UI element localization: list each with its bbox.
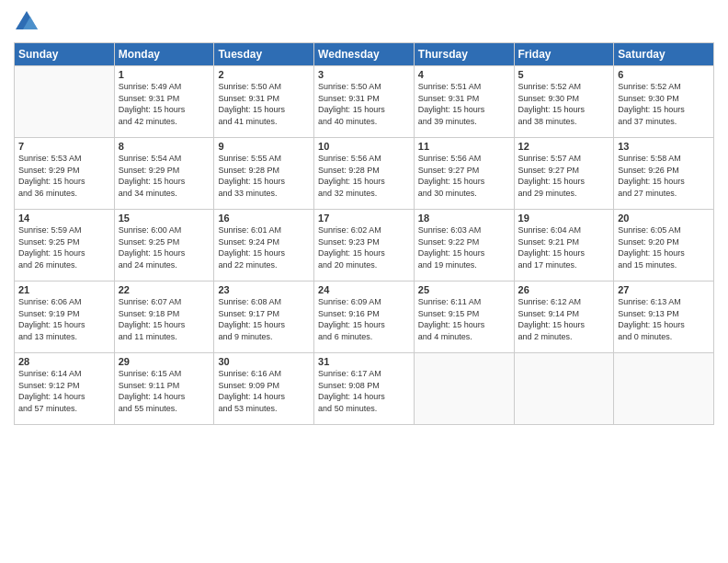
day-cell: 11Sunrise: 5:56 AM Sunset: 9:27 PM Dayli… [414, 138, 514, 210]
day-info: Sunrise: 5:52 AM Sunset: 9:30 PM Dayligh… [518, 81, 610, 127]
day-number: 26 [518, 284, 610, 295]
day-number: 11 [418, 141, 510, 152]
calendar-body: 1Sunrise: 5:49 AM Sunset: 9:31 PM Daylig… [15, 66, 714, 425]
day-number: 20 [618, 213, 710, 224]
day-info: Sunrise: 6:13 AM Sunset: 9:13 PM Dayligh… [618, 296, 710, 342]
day-cell: 10Sunrise: 5:56 AM Sunset: 9:28 PM Dayli… [314, 138, 415, 210]
day-info: Sunrise: 5:51 AM Sunset: 9:31 PM Dayligh… [418, 81, 510, 127]
day-info: Sunrise: 6:14 AM Sunset: 9:12 PM Dayligh… [18, 368, 110, 414]
day-number: 2 [218, 69, 310, 80]
day-number: 31 [318, 356, 410, 367]
page: SundayMondayTuesdayWednesdayThursdayFrid… [0, 0, 728, 563]
calendar-header: SundayMondayTuesdayWednesdayThursdayFrid… [15, 43, 714, 66]
day-info: Sunrise: 5:56 AM Sunset: 9:28 PM Dayligh… [318, 153, 410, 199]
day-number: 17 [318, 213, 410, 224]
day-cell: 20Sunrise: 6:05 AM Sunset: 9:20 PM Dayli… [614, 210, 714, 282]
week-row-2: 14Sunrise: 5:59 AM Sunset: 9:25 PM Dayli… [15, 210, 714, 282]
day-cell: 23Sunrise: 6:08 AM Sunset: 9:17 PM Dayli… [214, 282, 314, 353]
day-number: 1 [119, 69, 210, 80]
day-number: 24 [318, 284, 410, 295]
day-info: Sunrise: 6:16 AM Sunset: 9:09 PM Dayligh… [218, 368, 310, 414]
day-info: Sunrise: 6:15 AM Sunset: 9:11 PM Dayligh… [119, 368, 210, 414]
header-cell-monday: Monday [114, 43, 214, 66]
day-cell: 4Sunrise: 5:51 AM Sunset: 9:31 PM Daylig… [414, 66, 514, 138]
header-cell-saturday: Saturday [614, 43, 714, 66]
day-cell: 30Sunrise: 6:16 AM Sunset: 9:09 PM Dayli… [214, 353, 314, 425]
day-cell: 13Sunrise: 5:58 AM Sunset: 9:26 PM Dayli… [614, 138, 714, 210]
header-cell-wednesday: Wednesday [314, 43, 415, 66]
day-info: Sunrise: 6:06 AM Sunset: 9:19 PM Dayligh… [18, 296, 110, 342]
day-cell: 2Sunrise: 5:50 AM Sunset: 9:31 PM Daylig… [214, 66, 314, 138]
header-cell-thursday: Thursday [414, 43, 514, 66]
header-cell-tuesday: Tuesday [214, 43, 314, 66]
day-number: 4 [418, 69, 510, 80]
day-number: 10 [318, 141, 410, 152]
header [14, 9, 714, 35]
day-info: Sunrise: 6:07 AM Sunset: 9:18 PM Dayligh… [119, 296, 210, 342]
day-cell: 17Sunrise: 6:02 AM Sunset: 9:23 PM Dayli… [314, 210, 415, 282]
day-cell: 9Sunrise: 5:55 AM Sunset: 9:28 PM Daylig… [214, 138, 314, 210]
day-cell: 21Sunrise: 6:06 AM Sunset: 9:19 PM Dayli… [15, 282, 115, 353]
header-row: SundayMondayTuesdayWednesdayThursdayFrid… [15, 43, 714, 66]
day-number: 6 [618, 69, 710, 80]
day-number: 5 [518, 69, 610, 80]
day-cell: 14Sunrise: 5:59 AM Sunset: 9:25 PM Dayli… [15, 210, 115, 282]
day-info: Sunrise: 5:58 AM Sunset: 9:26 PM Dayligh… [618, 153, 710, 199]
day-number: 13 [618, 141, 710, 152]
day-cell: 25Sunrise: 6:11 AM Sunset: 9:15 PM Dayli… [414, 282, 514, 353]
header-cell-sunday: Sunday [15, 43, 115, 66]
day-cell: 28Sunrise: 6:14 AM Sunset: 9:12 PM Dayli… [15, 353, 115, 425]
day-cell: 29Sunrise: 6:15 AM Sunset: 9:11 PM Dayli… [114, 353, 214, 425]
day-cell: 16Sunrise: 6:01 AM Sunset: 9:24 PM Dayli… [214, 210, 314, 282]
day-info: Sunrise: 6:12 AM Sunset: 9:14 PM Dayligh… [518, 296, 610, 342]
day-info: Sunrise: 5:49 AM Sunset: 9:31 PM Dayligh… [119, 81, 210, 127]
day-cell: 3Sunrise: 5:50 AM Sunset: 9:31 PM Daylig… [314, 66, 415, 138]
week-row-4: 28Sunrise: 6:14 AM Sunset: 9:12 PM Dayli… [15, 353, 714, 425]
day-cell: 26Sunrise: 6:12 AM Sunset: 9:14 PM Dayli… [514, 282, 614, 353]
day-info: Sunrise: 6:04 AM Sunset: 9:21 PM Dayligh… [518, 224, 610, 270]
day-cell: 6Sunrise: 5:52 AM Sunset: 9:30 PM Daylig… [614, 66, 714, 138]
day-cell: 15Sunrise: 6:00 AM Sunset: 9:25 PM Dayli… [114, 210, 214, 282]
day-number: 27 [618, 284, 710, 295]
day-info: Sunrise: 6:00 AM Sunset: 9:25 PM Dayligh… [119, 224, 210, 270]
day-info: Sunrise: 5:55 AM Sunset: 9:28 PM Dayligh… [218, 153, 310, 199]
day-cell: 7Sunrise: 5:53 AM Sunset: 9:29 PM Daylig… [15, 138, 115, 210]
day-info: Sunrise: 5:53 AM Sunset: 9:29 PM Dayligh… [18, 153, 110, 199]
day-number: 23 [218, 284, 310, 295]
calendar-table: SundayMondayTuesdayWednesdayThursdayFrid… [14, 42, 714, 425]
logo [14, 9, 43, 35]
day-info: Sunrise: 5:50 AM Sunset: 9:31 PM Dayligh… [218, 81, 310, 127]
week-row-3: 21Sunrise: 6:06 AM Sunset: 9:19 PM Dayli… [15, 282, 714, 353]
day-info: Sunrise: 6:08 AM Sunset: 9:17 PM Dayligh… [218, 296, 310, 342]
day-number: 9 [218, 141, 310, 152]
day-cell: 5Sunrise: 5:52 AM Sunset: 9:30 PM Daylig… [514, 66, 614, 138]
day-number: 18 [418, 213, 510, 224]
day-number: 19 [518, 213, 610, 224]
logo-icon [14, 9, 40, 35]
day-number: 15 [119, 213, 210, 224]
day-info: Sunrise: 5:50 AM Sunset: 9:31 PM Dayligh… [318, 81, 410, 127]
day-number: 16 [218, 213, 310, 224]
day-cell: 8Sunrise: 5:54 AM Sunset: 9:29 PM Daylig… [114, 138, 214, 210]
day-cell: 12Sunrise: 5:57 AM Sunset: 9:27 PM Dayli… [514, 138, 614, 210]
day-info: Sunrise: 6:03 AM Sunset: 9:22 PM Dayligh… [418, 224, 510, 270]
day-cell [614, 353, 714, 425]
day-number: 3 [318, 69, 410, 80]
day-info: Sunrise: 5:52 AM Sunset: 9:30 PM Dayligh… [618, 81, 710, 127]
day-info: Sunrise: 6:17 AM Sunset: 9:08 PM Dayligh… [318, 368, 410, 414]
day-number: 14 [18, 213, 110, 224]
day-number: 8 [119, 141, 210, 152]
day-number: 12 [518, 141, 610, 152]
day-info: Sunrise: 5:54 AM Sunset: 9:29 PM Dayligh… [119, 153, 210, 199]
day-info: Sunrise: 5:56 AM Sunset: 9:27 PM Dayligh… [418, 153, 510, 199]
day-info: Sunrise: 5:59 AM Sunset: 9:25 PM Dayligh… [18, 224, 110, 270]
day-number: 21 [18, 284, 110, 295]
week-row-1: 7Sunrise: 5:53 AM Sunset: 9:29 PM Daylig… [15, 138, 714, 210]
day-number: 28 [18, 356, 110, 367]
day-number: 30 [218, 356, 310, 367]
day-cell: 27Sunrise: 6:13 AM Sunset: 9:13 PM Dayli… [614, 282, 714, 353]
day-cell: 24Sunrise: 6:09 AM Sunset: 9:16 PM Dayli… [314, 282, 415, 353]
day-info: Sunrise: 6:01 AM Sunset: 9:24 PM Dayligh… [218, 224, 310, 270]
day-cell: 1Sunrise: 5:49 AM Sunset: 9:31 PM Daylig… [114, 66, 214, 138]
day-info: Sunrise: 6:11 AM Sunset: 9:15 PM Dayligh… [418, 296, 510, 342]
